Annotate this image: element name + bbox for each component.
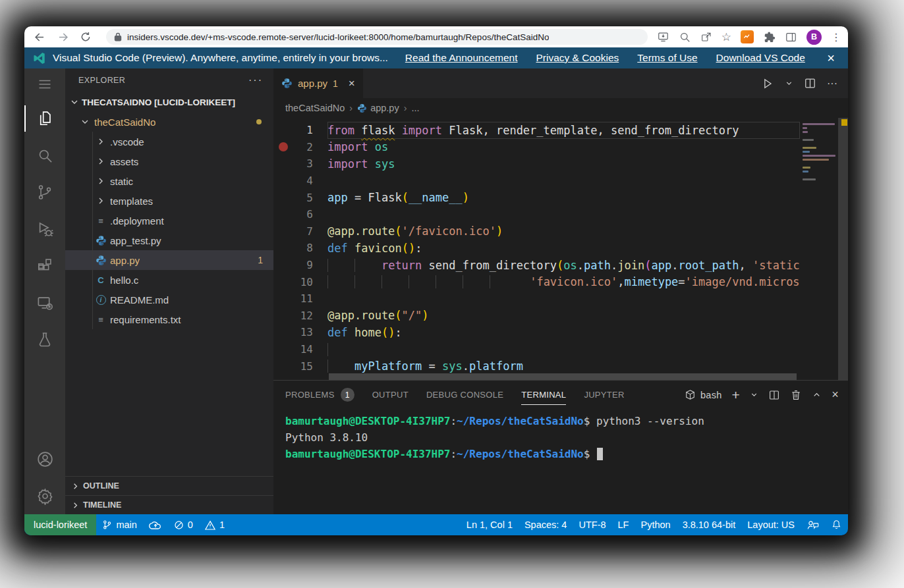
error-count[interactable]: 0 bbox=[168, 514, 199, 535]
tree-item-assets[interactable]: assets bbox=[65, 151, 273, 171]
code-editor[interactable]: 123456789101112131415 from flask import … bbox=[273, 118, 848, 380]
code-line bbox=[327, 341, 800, 358]
star-icon[interactable]: ☆ bbox=[721, 32, 731, 43]
panel-tab-jupyter[interactable]: JUPYTER bbox=[584, 381, 624, 409]
install-icon[interactable] bbox=[657, 31, 669, 43]
eol[interactable]: LF bbox=[612, 514, 635, 535]
breadcrumb-separator: › bbox=[404, 103, 407, 113]
forward-icon[interactable] bbox=[57, 31, 69, 43]
chevron-down-icon bbox=[69, 97, 80, 107]
panel-tab-output[interactable]: OUTPUT bbox=[372, 381, 409, 409]
notifications-bell[interactable] bbox=[825, 514, 848, 535]
tree-item-requirements.txt[interactable]: ≡requirements.txt bbox=[65, 309, 273, 329]
panel-tab-terminal[interactable]: TERMINAL bbox=[521, 381, 566, 409]
side-panel-icon[interactable] bbox=[785, 31, 797, 43]
terminal[interactable]: bamurtaugh@DESKTOP-4I37HP7:~/Repos/theCa… bbox=[273, 409, 848, 514]
terminal-dropdown-chevron-icon[interactable] bbox=[750, 390, 758, 399]
source-control-icon[interactable] bbox=[24, 174, 65, 211]
address-bar[interactable]: insiders.vscode.dev/+ms-vscode.remote-se… bbox=[106, 29, 648, 45]
run-debug-icon[interactable] bbox=[24, 211, 65, 248]
horizontal-scrollbar[interactable] bbox=[329, 373, 797, 380]
tab-close-icon[interactable]: × bbox=[349, 77, 355, 90]
tree-item-.deployment[interactable]: ≡.deployment bbox=[65, 211, 273, 230]
workspace-root[interactable]: THECATSAIDNO [LUCID-LORIKEET] bbox=[65, 92, 273, 112]
breakpoint-icon[interactable] bbox=[279, 142, 288, 151]
kill-terminal-icon[interactable] bbox=[790, 389, 802, 401]
remote-explorer-icon[interactable] bbox=[24, 284, 65, 321]
more-actions-icon[interactable]: ··· bbox=[827, 78, 837, 90]
shell-label: bash bbox=[700, 390, 722, 400]
keyboard-layout[interactable]: Layout: US bbox=[741, 514, 801, 535]
back-icon[interactable] bbox=[34, 31, 46, 43]
outline-section[interactable]: OUTLINE bbox=[65, 476, 273, 495]
minimap-line bbox=[803, 167, 810, 169]
git-branch[interactable]: main bbox=[96, 514, 142, 535]
close-panel-icon[interactable]: × bbox=[832, 388, 839, 402]
testing-icon[interactable] bbox=[24, 321, 65, 358]
extension-orange-icon[interactable] bbox=[741, 30, 754, 43]
warning-count[interactable]: 1 bbox=[199, 514, 231, 535]
panel-tab-problems[interactable]: PROBLEMS1 bbox=[285, 381, 354, 409]
banner-link[interactable]: Download VS Code bbox=[716, 52, 805, 64]
code-line: import sys bbox=[327, 155, 800, 173]
encoding[interactable]: UTF-8 bbox=[573, 514, 611, 535]
chevron-right-icon bbox=[94, 196, 107, 206]
menu-dots-icon[interactable]: ⋮ bbox=[831, 31, 841, 43]
sidebar-more-icon[interactable]: ··· bbox=[248, 74, 263, 86]
menu-icon[interactable] bbox=[24, 68, 65, 100]
publish-changes[interactable] bbox=[143, 514, 168, 535]
banner-link[interactable]: Terms of Use bbox=[637, 52, 697, 64]
bell-icon bbox=[831, 519, 842, 531]
timeline-section[interactable]: TIMELINE bbox=[65, 495, 273, 514]
tree-item-hello.c[interactable]: Chello.c bbox=[65, 270, 273, 290]
banner-close-icon[interactable]: × bbox=[823, 51, 839, 66]
tree-item-README.md[interactable]: iREADME.md bbox=[65, 290, 273, 309]
extensions-icon[interactable] bbox=[24, 248, 65, 284]
minimap[interactable] bbox=[800, 118, 838, 380]
tree-item-app_test.py[interactable]: app_test.py bbox=[65, 230, 273, 250]
account-icon[interactable] bbox=[24, 441, 65, 477]
split-terminal-icon[interactable] bbox=[768, 389, 780, 401]
shell-selector[interactable]: bash bbox=[685, 389, 722, 400]
browser-avatar[interactable]: B bbox=[806, 30, 822, 45]
cursor-position[interactable]: Ln 1, Col 1 bbox=[461, 514, 519, 535]
feedback-icon[interactable] bbox=[801, 514, 825, 535]
editor-scrollbar[interactable] bbox=[838, 118, 848, 380]
minimap-line bbox=[803, 151, 810, 153]
language-mode[interactable]: Python bbox=[635, 514, 676, 535]
tree-item-label: hello.c bbox=[110, 275, 138, 286]
share-icon[interactable] bbox=[700, 31, 712, 43]
puzzle-icon[interactable] bbox=[763, 31, 776, 43]
zoom-icon[interactable] bbox=[679, 31, 691, 43]
breadcrumb-item[interactable]: ... bbox=[412, 103, 420, 113]
new-terminal-icon[interactable]: + bbox=[732, 388, 741, 402]
explorer-icon[interactable] bbox=[24, 100, 65, 137]
tree-item-theCatSaidNo[interactable]: theCatSaidNo bbox=[65, 112, 273, 132]
reload-icon[interactable] bbox=[80, 31, 92, 43]
breadcrumb-item[interactable]: theCatSaidNo bbox=[285, 103, 345, 113]
code-line: import os bbox=[327, 139, 800, 156]
tree-item-templates[interactable]: templates bbox=[65, 191, 273, 211]
code-line bbox=[327, 290, 800, 307]
run-button[interactable] bbox=[761, 77, 774, 90]
tree-item-.vscode[interactable]: .vscode bbox=[65, 132, 273, 151]
maximize-panel-icon[interactable] bbox=[812, 390, 822, 400]
remote-indicator[interactable]: lucid-lorikeet bbox=[24, 514, 96, 535]
tree-item-static[interactable]: static bbox=[65, 171, 273, 191]
panel-tab-debug-console[interactable]: DEBUG CONSOLE bbox=[426, 381, 503, 409]
banner-link[interactable]: Privacy & Cookies bbox=[536, 52, 619, 64]
indentation[interactable]: Spaces: 4 bbox=[519, 514, 573, 535]
tab-app-py[interactable]: app.py 1 × bbox=[273, 68, 363, 98]
breadcrumb-item[interactable]: app.py bbox=[357, 103, 399, 113]
gutter-line: 12 bbox=[273, 307, 327, 325]
banner-link[interactable]: Read the Announcement bbox=[405, 52, 518, 64]
tree-item-app.py[interactable]: app.py1 bbox=[65, 250, 273, 270]
search-icon[interactable] bbox=[24, 137, 65, 174]
minimap-line bbox=[803, 139, 814, 141]
editor-gutter: 123456789101112131415 bbox=[273, 118, 327, 380]
python-interpreter[interactable]: 3.8.10 64-bit bbox=[677, 514, 742, 535]
terminal-cursor bbox=[597, 448, 603, 460]
settings-icon[interactable] bbox=[24, 477, 65, 514]
run-dropdown-chevron-icon[interactable] bbox=[785, 79, 793, 88]
split-editor-icon[interactable] bbox=[804, 77, 816, 90]
